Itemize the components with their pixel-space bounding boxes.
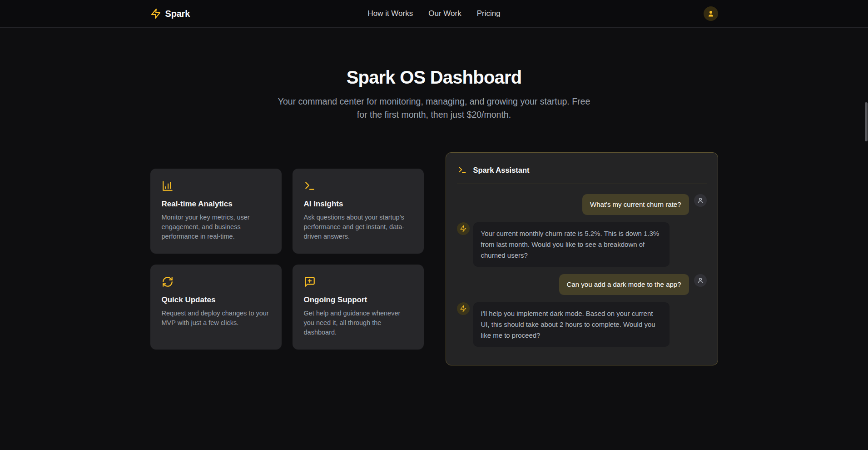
assistant-avatar xyxy=(457,302,470,315)
lightning-bolt-icon xyxy=(150,8,161,19)
assistant-title: Spark Assistant xyxy=(473,166,530,175)
feature-description: Request and deploy changes to your MVP w… xyxy=(162,309,270,328)
feature-description: Monitor your key metrics, user engagemen… xyxy=(162,213,270,241)
user-icon xyxy=(697,197,704,204)
user-icon xyxy=(697,277,704,284)
feature-title: AI Insights xyxy=(304,200,412,209)
feature-card-realtime-analytics: Real-time Analytics Monitor your key met… xyxy=(150,169,282,254)
nav-link-pricing[interactable]: Pricing xyxy=(477,9,501,18)
lightning-bolt-icon xyxy=(460,305,467,312)
account-avatar-button[interactable] xyxy=(704,6,718,21)
chat-message-list: What's my current churn rate? Your curre… xyxy=(457,184,707,347)
brand-logo[interactable]: Spark xyxy=(150,8,190,19)
chat-message-user: Can you add a dark mode to the app? xyxy=(457,274,707,295)
user-icon xyxy=(707,10,715,18)
nav-links: How it Works Our Work Pricing xyxy=(367,9,500,18)
hero-section: Spark OS Dashboard Your command center f… xyxy=(0,67,868,121)
user-message-bubble: Can you add a dark mode to the app? xyxy=(559,274,689,295)
chat-message-assistant: Your current monthly churn rate is 5.2%.… xyxy=(457,222,707,267)
terminal-icon xyxy=(458,165,467,175)
hero-subtitle: Your command center for monitoring, mana… xyxy=(275,95,593,121)
refresh-icon xyxy=(162,276,174,288)
feature-title: Ongoing Support xyxy=(304,295,412,305)
assistant-header: Spark Assistant xyxy=(457,165,707,184)
feature-card-quick-updates: Quick Updates Request and deploy changes… xyxy=(150,265,282,350)
page-scrollbar-thumb[interactable] xyxy=(865,102,868,141)
top-nav: Spark How it Works Our Work Pricing xyxy=(0,0,868,28)
message-square-plus-icon xyxy=(304,276,316,288)
feature-card-grid: Real-time Analytics Monitor your key met… xyxy=(150,169,424,350)
feature-title: Quick Updates xyxy=(162,295,270,305)
terminal-icon xyxy=(304,180,316,192)
user-avatar xyxy=(694,274,707,287)
bar-chart-icon xyxy=(162,180,174,192)
user-avatar xyxy=(694,194,707,207)
user-message-bubble: What's my current churn rate? xyxy=(582,194,689,215)
lightning-bolt-icon xyxy=(460,225,467,232)
assistant-avatar xyxy=(457,222,470,235)
chat-message-user: What's my current churn rate? xyxy=(457,194,707,215)
feature-description: Ask questions about your startup's perfo… xyxy=(304,213,412,241)
nav-link-our-work[interactable]: Our Work xyxy=(428,9,461,18)
main-content: Real-time Analytics Monitor your key met… xyxy=(150,152,718,365)
spark-assistant-panel: Spark Assistant What's my current churn … xyxy=(446,152,718,365)
assistant-message-bubble: Your current monthly churn rate is 5.2%.… xyxy=(473,222,670,267)
brand-name: Spark xyxy=(165,9,190,19)
feature-card-ongoing-support: Ongoing Support Get help and guidance wh… xyxy=(293,265,424,350)
feature-title: Real-time Analytics xyxy=(162,200,270,209)
nav-link-how-it-works[interactable]: How it Works xyxy=(367,9,413,18)
chat-message-assistant: I'll help you implement dark mode. Based… xyxy=(457,302,707,347)
feature-description: Get help and guidance whenever you need … xyxy=(304,309,412,337)
assistant-message-bubble: I'll help you implement dark mode. Based… xyxy=(473,302,670,347)
feature-card-ai-insights: AI Insights Ask questions about your sta… xyxy=(293,169,424,254)
page-title: Spark OS Dashboard xyxy=(0,67,868,88)
